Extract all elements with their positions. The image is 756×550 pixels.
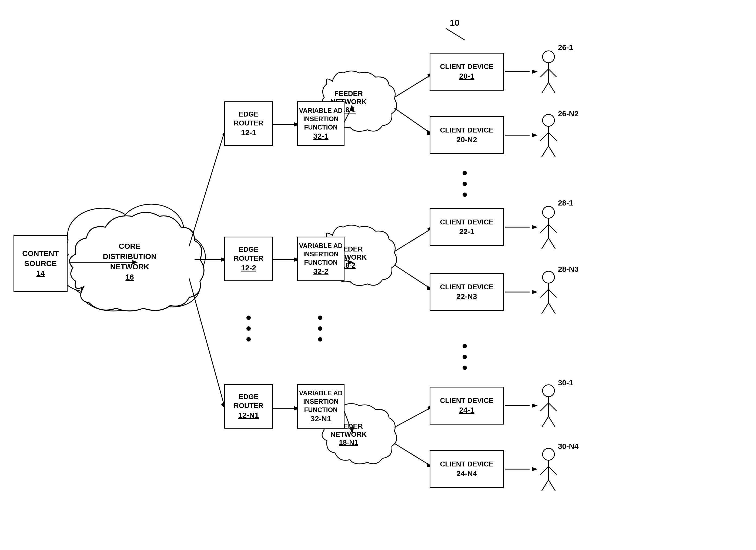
client-device-24-n4-ref: 24-N4 — [456, 469, 477, 479]
edge-router-2-box: EDGE ROUTER 12-2 — [224, 236, 273, 281]
svg-marker-55 — [532, 290, 538, 294]
vaif-n1-ref: 32-N1 — [310, 414, 331, 424]
svg-point-65 — [318, 316, 322, 320]
svg-point-70 — [246, 337, 251, 342]
client-device-20-n2-box: CLIENT DEVICE 20-N2 — [430, 116, 504, 154]
svg-line-83 — [548, 132, 557, 141]
client-device-20-1-ref: 20-1 — [459, 71, 474, 81]
client-device-24-n4-box: CLIENT DEVICE 24-N4 — [430, 450, 504, 488]
content-source-ref: 14 — [36, 268, 45, 278]
svg-point-66 — [318, 327, 322, 331]
svg-line-90 — [542, 238, 548, 249]
edge-router-n1-ref: 12-N1 — [238, 411, 259, 420]
svg-line-97 — [548, 303, 555, 314]
svg-line-107 — [548, 466, 557, 475]
client-device-20-1-box: CLIENT DEVICE 20-1 — [430, 53, 504, 91]
vaif-n1-label: VARIABLE AD INSERTION FUNCTION — [298, 389, 344, 414]
edge-router-1-box: EDGE ROUTER 12-1 — [224, 101, 273, 146]
svg-line-103 — [548, 417, 555, 427]
client-device-24-1-label: CLIENT DEVICE — [440, 396, 494, 405]
client-device-22-1-ref: 22-1 — [459, 227, 474, 236]
client-device-20-n2-ref: 20-N2 — [456, 135, 477, 145]
svg-line-108 — [542, 480, 548, 491]
svg-line-78 — [542, 82, 548, 93]
svg-line-14 — [189, 132, 224, 246]
svg-point-69 — [246, 327, 251, 331]
svg-line-76 — [540, 69, 548, 77]
edge-router-2-ref: 12-2 — [241, 263, 256, 273]
client-device-22-n3-ref: 22-N3 — [456, 292, 477, 302]
client-device-22-n3-label: CLIENT DEVICE — [440, 283, 494, 292]
client-device-22-1-label: CLIENT DEVICE — [440, 218, 494, 227]
svg-point-64 — [463, 192, 467, 197]
edge-router-2-label: EDGE ROUTER — [225, 245, 272, 263]
svg-line-100 — [540, 403, 548, 411]
svg-line-42 — [394, 444, 430, 465]
svg-text:10: 10 — [450, 18, 460, 28]
svg-line-96 — [542, 303, 548, 314]
svg-line-95 — [548, 289, 557, 298]
svg-text:26-N2: 26-N2 — [558, 109, 578, 118]
svg-line-94 — [540, 289, 548, 298]
client-device-24-n4-label: CLIENT DEVICE — [440, 460, 494, 469]
svg-line-38 — [394, 265, 430, 288]
svg-line-82 — [540, 132, 548, 141]
svg-line-85 — [548, 146, 555, 157]
vaif-2-label: VARIABLE AD INSERTION FUNCTION — [298, 241, 344, 267]
edge-router-1-ref: 12-1 — [241, 128, 256, 138]
svg-point-86 — [543, 206, 554, 218]
svg-marker-52 — [532, 225, 538, 229]
svg-line-79 — [548, 82, 555, 93]
svg-line-102 — [542, 417, 548, 427]
svg-marker-58 — [532, 404, 538, 408]
client-device-24-1-ref: 24-1 — [459, 405, 474, 415]
svg-text:30-1: 30-1 — [558, 379, 573, 387]
svg-line-32 — [394, 76, 430, 97]
svg-point-104 — [543, 448, 554, 460]
svg-marker-46 — [532, 69, 538, 74]
client-device-22-n3-box: CLIENT DEVICE 22-N3 — [430, 273, 504, 311]
client-device-20-1-label: CLIENT DEVICE — [440, 62, 494, 71]
svg-line-40 — [394, 408, 430, 427]
svg-line-106 — [540, 466, 548, 475]
svg-point-72 — [463, 355, 467, 359]
svg-line-18 — [189, 279, 224, 406]
edge-router-n1-box: EDGE ROUTER 12-N1 — [224, 384, 273, 429]
svg-text:FEEDER: FEEDER — [334, 89, 363, 98]
svg-text:18-N1: 18-N1 — [339, 438, 358, 446]
svg-line-34 — [394, 108, 430, 132]
svg-point-62 — [463, 171, 467, 175]
svg-point-68 — [246, 316, 251, 320]
vaif-1-box: VARIABLE AD INSERTION FUNCTION 32-1 — [297, 101, 344, 146]
svg-point-73 — [463, 366, 467, 370]
svg-point-63 — [463, 182, 467, 186]
svg-text:26-1: 26-1 — [558, 43, 573, 52]
client-device-22-1-box: CLIENT DEVICE 22-1 — [430, 208, 504, 246]
svg-text:16: 16 — [125, 273, 134, 281]
svg-line-91 — [548, 238, 555, 249]
svg-line-0 — [446, 28, 465, 40]
svg-line-84 — [542, 146, 548, 157]
svg-marker-61 — [532, 467, 538, 471]
vaif-1-ref: 32-1 — [313, 131, 328, 141]
vaif-n1-box: VARIABLE AD INSERTION FUNCTION 32-N1 — [297, 384, 344, 429]
svg-text:28-N3: 28-N3 — [558, 265, 578, 273]
svg-text:NETWORK: NETWORK — [330, 430, 367, 438]
svg-line-88 — [540, 224, 548, 232]
svg-text:28-1: 28-1 — [558, 199, 573, 207]
svg-point-92 — [543, 271, 554, 283]
svg-line-89 — [548, 224, 557, 232]
svg-point-80 — [543, 114, 554, 126]
edge-router-1-label: EDGE ROUTER — [225, 110, 272, 128]
svg-text:NETWORK: NETWORK — [110, 262, 149, 271]
svg-text:DISTRIBUTION: DISTRIBUTION — [103, 252, 156, 261]
svg-text:CORE: CORE — [119, 242, 141, 250]
svg-line-101 — [548, 403, 557, 411]
svg-point-71 — [463, 344, 467, 348]
content-source-box: CONTENT SOURCE 14 — [14, 235, 68, 292]
vaif-2-box: VARIABLE AD INSERTION FUNCTION 32-2 — [297, 236, 344, 281]
svg-point-67 — [318, 337, 322, 342]
client-device-20-n2-label: CLIENT DEVICE — [440, 126, 494, 135]
svg-line-109 — [548, 480, 555, 491]
svg-marker-49 — [532, 133, 538, 137]
